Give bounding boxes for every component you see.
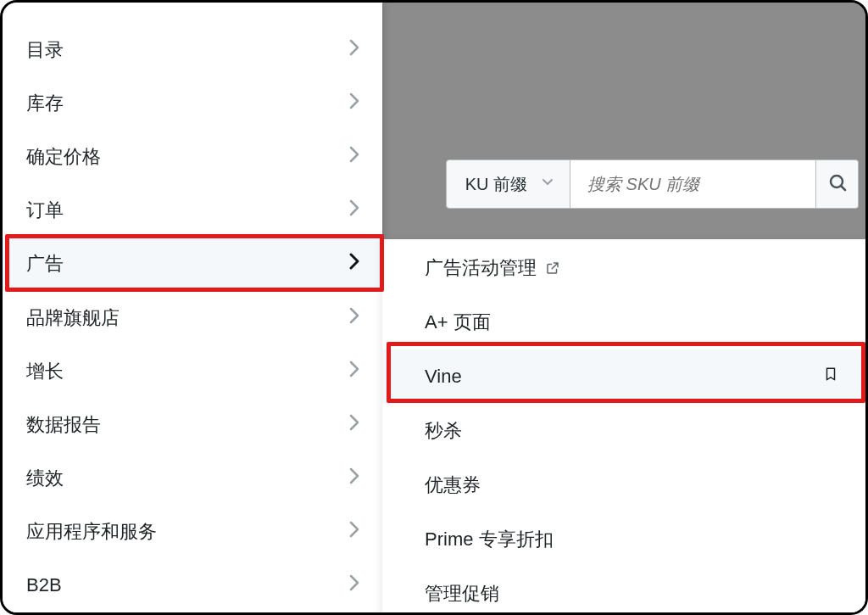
chevron-right-icon bbox=[348, 467, 360, 490]
submenu-label: 秒杀 bbox=[425, 418, 462, 444]
search-icon bbox=[827, 172, 848, 196]
submenu-label: 优惠券 bbox=[425, 472, 481, 498]
nav-item-orders[interactable]: 订单 bbox=[3, 184, 382, 238]
nav-label: 应用程序和服务 bbox=[26, 519, 157, 545]
chevron-right-icon bbox=[348, 145, 360, 169]
nav-item-growth[interactable]: 增长 bbox=[3, 344, 382, 398]
submenu-item-vine[interactable]: Vine bbox=[382, 349, 867, 404]
nav-label: 绩效 bbox=[26, 466, 64, 491]
bookmark-icon[interactable] bbox=[823, 365, 838, 389]
nav-label: 订单 bbox=[26, 198, 64, 223]
nav-label: 增长 bbox=[26, 359, 64, 384]
nav-item-catalog[interactable]: 目录 bbox=[3, 23, 382, 76]
chevron-down-icon bbox=[539, 174, 556, 195]
submenu-label: Vine bbox=[425, 366, 462, 388]
search-bar: KU 前缀 bbox=[446, 159, 859, 209]
nav-item-apps-services[interactable]: 应用程序和服务 bbox=[3, 506, 382, 559]
advertising-submenu: 广告活动管理 A+ 页面 Vine 秒杀 优惠券 Prime 专享折扣 管理促销 bbox=[382, 239, 867, 615]
chevron-right-icon bbox=[348, 360, 360, 383]
nav-item-performance[interactable]: 绩效 bbox=[3, 452, 382, 506]
nav-item-inventory[interactable]: 库存 bbox=[3, 76, 382, 130]
search-button[interactable] bbox=[816, 159, 859, 209]
chevron-right-icon bbox=[348, 92, 360, 115]
nav-label: 库存 bbox=[26, 91, 64, 116]
chevron-right-icon bbox=[348, 573, 360, 597]
nav-item-brand-store[interactable]: 品牌旗舰店 bbox=[3, 291, 382, 344]
nav-label: 品牌旗舰店 bbox=[26, 305, 120, 331]
chevron-right-icon bbox=[348, 252, 360, 276]
chevron-right-icon bbox=[348, 198, 360, 222]
submenu-label: 管理促销 bbox=[425, 581, 499, 607]
sku-search-input[interactable] bbox=[570, 159, 816, 209]
submenu-item-lightning-deals[interactable]: 秒杀 bbox=[382, 404, 867, 458]
sku-dropdown-label: KU 前缀 bbox=[465, 173, 527, 196]
nav-label: 确定价格 bbox=[26, 144, 101, 170]
submenu-item-manage-promotions[interactable]: 管理促销 bbox=[382, 567, 867, 615]
nav-item-b2b[interactable]: B2B bbox=[3, 559, 382, 612]
chevron-right-icon bbox=[348, 520, 360, 544]
nav-item-reports[interactable]: 数据报告 bbox=[3, 398, 382, 451]
nav-label: B2B bbox=[26, 574, 62, 596]
submenu-item-coupons[interactable]: 优惠券 bbox=[382, 458, 867, 512]
app-window: KU 前缀 目录 库存 确定价格 订单 广告 bbox=[0, 0, 868, 615]
external-link-icon bbox=[545, 260, 560, 276]
chevron-right-icon bbox=[348, 306, 360, 330]
submenu-item-prime-discount[interactable]: Prime 专享折扣 bbox=[382, 512, 867, 567]
primary-nav: 目录 库存 确定价格 订单 广告 品牌旗舰店 增长 数据报告 bbox=[3, 3, 382, 612]
chevron-right-icon bbox=[348, 413, 360, 437]
nav-label: 数据报告 bbox=[26, 412, 101, 438]
nav-item-pricing[interactable]: 确定价格 bbox=[3, 130, 382, 183]
nav-item-advertising[interactable]: 广告 bbox=[3, 238, 382, 291]
sku-prefix-dropdown[interactable]: KU 前缀 bbox=[446, 159, 570, 209]
submenu-label: A+ 页面 bbox=[425, 310, 491, 335]
submenu-label: Prime 专享折扣 bbox=[425, 527, 554, 552]
chevron-right-icon bbox=[348, 38, 360, 62]
nav-label: 广告 bbox=[26, 251, 64, 277]
submenu-item-a-plus[interactable]: A+ 页面 bbox=[382, 295, 867, 349]
submenu-item-campaign-manager[interactable]: 广告活动管理 bbox=[382, 241, 867, 295]
nav-label: 目录 bbox=[26, 37, 64, 63]
submenu-label: 广告活动管理 bbox=[425, 255, 537, 281]
